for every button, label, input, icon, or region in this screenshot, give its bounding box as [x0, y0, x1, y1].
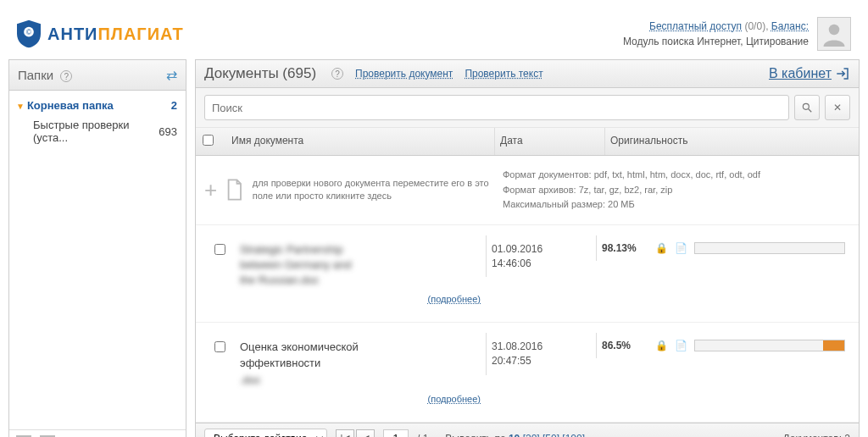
row-checkbox[interactable] — [214, 244, 225, 255]
col-name[interactable]: Имя документа — [226, 128, 494, 155]
page-input[interactable] — [383, 429, 409, 437]
help-icon[interactable]: ? — [331, 68, 343, 80]
clear-search-button[interactable]: ✕ — [825, 95, 850, 120]
svg-point-3 — [803, 103, 809, 109]
details-link[interactable]: (подробнее) — [428, 394, 481, 404]
prev-page-button[interactable]: ◀ — [356, 429, 375, 437]
report-icon[interactable]: 📄 — [675, 242, 687, 254]
svg-point-2 — [829, 25, 840, 36]
originality-bar — [694, 340, 845, 351]
shield-icon: © — [17, 19, 41, 48]
lock-icon[interactable]: 🔒 — [655, 242, 668, 254]
user-icon — [821, 21, 847, 47]
per-10[interactable]: 10 — [509, 433, 520, 437]
check-text-link[interactable]: Проверить текст — [465, 68, 542, 80]
balance-link[interactable]: Баланс: — [771, 20, 809, 32]
table-row: Strategic Partnership between Germany an… — [196, 225, 859, 324]
swap-icon[interactable]: ⇄ — [166, 67, 177, 83]
avatar[interactable] — [817, 17, 851, 51]
free-access-link[interactable]: Бесплатный доступ — [649, 20, 742, 32]
check-document-link[interactable]: Проверить документ — [355, 68, 453, 80]
action-select[interactable]: Выберите действие — [204, 429, 327, 437]
col-date[interactable]: Дата — [494, 128, 604, 155]
documents-title: Документы (695) — [204, 65, 316, 82]
cabinet-link[interactable]: В кабинет — [769, 66, 850, 81]
svg-text:©: © — [26, 29, 31, 36]
search-icon — [801, 102, 813, 113]
upload-zone[interactable]: + для проверки нового документа перемест… — [196, 156, 859, 225]
first-page-button[interactable]: |◀ — [336, 429, 354, 437]
doc-date: 31.08.201620:47:55 — [486, 333, 596, 375]
search-input[interactable] — [204, 95, 789, 120]
report-icon[interactable]: 📄 — [675, 340, 687, 351]
per-50[interactable]: [50] — [542, 433, 559, 437]
sidebar: Папки ? ⇄ ▼Корневая папка 2 Быстрые пров… — [8, 59, 186, 437]
svg-line-4 — [809, 109, 812, 113]
caret-icon: ▼ — [16, 102, 25, 111]
lock-icon[interactable]: 🔒 — [655, 340, 668, 351]
main-panel: Документы (695) ? Проверить документ Про… — [195, 59, 860, 437]
folder-quick-checks[interactable]: Быстрые проверки (уста... 693 — [14, 115, 179, 147]
col-originality[interactable]: Оригинальность — [604, 128, 859, 155]
per-20[interactable]: [20] — [523, 433, 540, 437]
table-row: Оценка экономической эффективности .doc … — [196, 323, 859, 423]
exit-icon — [835, 66, 850, 81]
header: © АНТИПЛАГИАТ Бесплатный доступ (0/0), Б… — [8, 0, 860, 59]
details-link[interactable]: (подробнее) — [428, 294, 481, 304]
per-100[interactable]: [100] — [562, 433, 585, 437]
document-icon — [225, 173, 244, 207]
logo-text-plagiat: ПЛАГИАТ — [97, 25, 183, 43]
help-icon[interactable]: ? — [60, 70, 72, 82]
table-header: Имя документа Дата Оригинальность — [196, 128, 859, 156]
originality-bar — [694, 242, 845, 254]
plus-icon: + — [204, 177, 217, 203]
search-button[interactable] — [794, 95, 820, 120]
originality-value: 98.13% — [602, 242, 648, 254]
logo[interactable]: © АНТИПЛАГИАТ — [17, 19, 184, 48]
docs-count: Документов: 2 — [783, 433, 851, 437]
folders-title: Папки — [18, 68, 53, 82]
doc-title[interactable]: Оценка экономической эффективности — [240, 340, 481, 370]
select-all-checkbox[interactable] — [203, 135, 214, 146]
doc-title[interactable]: Strategic Partnership between Germany an… — [240, 242, 481, 289]
logo-text-anti: АНТИ — [47, 25, 97, 43]
originality-value: 86.5% — [602, 340, 648, 351]
doc-date: 01.09.201614:46:06 — [486, 235, 596, 278]
root-folder[interactable]: ▼Корневая папка 2 — [14, 96, 179, 115]
row-checkbox[interactable] — [214, 341, 225, 352]
header-info: Бесплатный доступ (0/0), Баланс: Модуль … — [623, 19, 809, 49]
